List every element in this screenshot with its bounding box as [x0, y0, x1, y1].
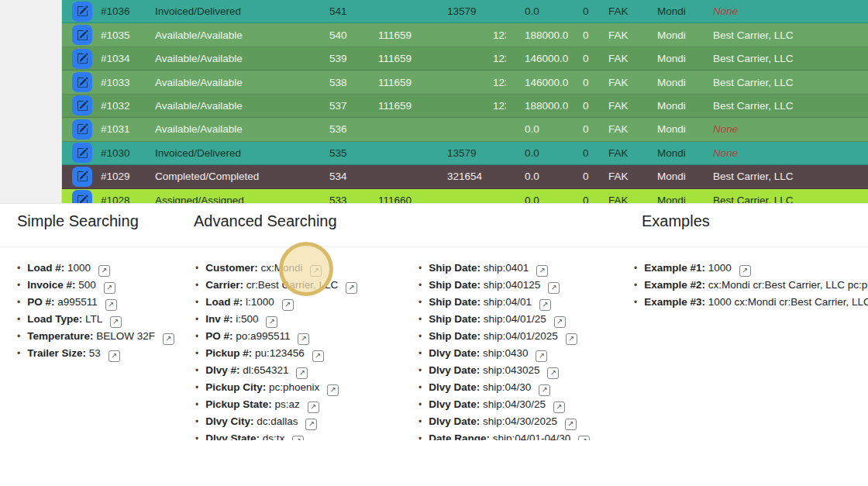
search-help-panel: Simple Searching Advanced Searching Exam…: [0, 203, 868, 486]
edit-load-button[interactable]: [72, 72, 92, 92]
load-number-cell: #1036: [101, 5, 155, 17]
table-row[interactable]: #1032 Available/Available 537 111659 123…: [62, 95, 868, 118]
count-cell: 0: [583, 5, 608, 17]
advanced-search-list-1: Customer: cx:Mondi ↗Carrier: cr:Best Car…: [195, 260, 357, 440]
edit-load-button[interactable]: [72, 49, 92, 69]
arrow-up-right-icon[interactable]: ↗: [739, 265, 751, 277]
edit-load-button[interactable]: [72, 190, 92, 203]
arrow-up-right-icon[interactable]: ↗: [536, 350, 547, 362]
search-help-item: Invoice #: 500 ↗: [17, 277, 174, 294]
weight-cell: 0.0: [506, 195, 583, 203]
search-term-label: Example #1:: [644, 262, 705, 274]
load-search-page: #1036 Invoiced/Delivered 541 13579 0.0 0…: [0, 0, 868, 486]
table-row[interactable]: #1030 Invoiced/Delivered 535 13579 0.0 0…: [62, 142, 868, 165]
search-term-label: Trailer Size:: [27, 347, 86, 359]
load-status-cell: Available/Available: [155, 29, 329, 41]
arrow-up-right-icon[interactable]: ↗: [536, 265, 548, 277]
arrow-up-right-icon[interactable]: ↗: [163, 333, 174, 345]
arrow-up-right-icon[interactable]: ↗: [553, 402, 565, 413]
arrow-up-right-icon[interactable]: ↗: [282, 299, 294, 311]
search-help-item: Pickup State: ps:az ↗: [195, 396, 357, 413]
search-help-item: Dlvy Date: ship:0430 ↗: [418, 345, 590, 362]
arrow-up-right-icon[interactable]: ↗: [292, 436, 304, 440]
arrow-up-right-icon[interactable]: ↗: [310, 265, 322, 277]
edit-load-button[interactable]: [72, 25, 92, 45]
table-row[interactable]: #1033 Available/Available 538 111659 123…: [62, 71, 868, 94]
count-cell: 0: [583, 29, 608, 41]
arrow-up-right-icon[interactable]: ↗: [565, 419, 577, 430]
load-number-cell: #1031: [101, 123, 155, 135]
pencil-square-icon: [77, 53, 88, 64]
search-term-label: Ship Date:: [429, 279, 480, 291]
weight-cell: 0.0: [506, 171, 583, 182]
search-help-item: Dlvy Date: ship:043025 ↗: [418, 362, 590, 379]
arrow-up-right-icon[interactable]: ↗: [110, 316, 122, 328]
load-status-cell: Available/Available: [155, 123, 329, 135]
arrow-up-right-icon[interactable]: ↗: [578, 436, 590, 440]
load-status-cell: Completed/Completed: [155, 171, 329, 182]
arrow-up-right-icon[interactable]: ↗: [298, 333, 309, 345]
search-help-item: Load #: 1000 ↗: [17, 260, 174, 277]
reference-cell: 111659: [378, 100, 447, 112]
simple-search-list: Load #: 1000 ↗Invoice #: 500 ↗PO #: a995…: [17, 260, 174, 362]
edit-load-button[interactable]: [72, 167, 92, 187]
reference-cell: 111659: [378, 29, 447, 41]
table-row[interactable]: #1036 Invoiced/Delivered 541 13579 0.0 0…: [62, 0, 868, 23]
equipment-cell: FAK: [608, 195, 657, 203]
equipment-cell: FAK: [608, 100, 657, 112]
weight-cell: 188000.0: [506, 100, 583, 112]
search-help-item: Example #1: 1000 ↗: [634, 260, 868, 277]
table-row[interactable]: #1034 Available/Available 539 111659 123…: [62, 47, 868, 71]
load-status-cell: Assigned/Assigned: [155, 195, 329, 203]
panel-divider: [0, 246, 868, 247]
arrow-up-right-icon[interactable]: ↗: [266, 316, 277, 328]
arrow-up-right-icon[interactable]: ↗: [539, 299, 551, 311]
weight-cell: 0.0: [506, 147, 583, 159]
table-row[interactable]: #1029 Completed/Completed 534 321654 0.0…: [62, 165, 868, 188]
search-term-label: Load #:: [27, 262, 64, 274]
equipment-cell: FAK: [608, 53, 657, 64]
arrow-up-right-icon[interactable]: ↗: [547, 367, 559, 379]
edit-load-button[interactable]: [72, 119, 92, 140]
edit-load-button[interactable]: [72, 95, 92, 115]
reference-cell: 111659: [378, 53, 447, 64]
arrow-up-right-icon[interactable]: ↗: [312, 350, 324, 362]
search-help-item: Dlvy City: dc:dallas ↗: [195, 413, 357, 430]
arrow-up-right-icon[interactable]: ↗: [346, 282, 357, 294]
count-cell: 0: [583, 147, 608, 159]
advanced-searching-heading: Advanced Searching: [194, 212, 337, 230]
table-row[interactable]: #1035 Available/Available 540 111659 123…: [62, 23, 868, 47]
arrow-up-right-icon[interactable]: ↗: [539, 384, 550, 396]
arrow-up-right-icon[interactable]: ↗: [105, 299, 117, 311]
arrow-up-right-icon[interactable]: ↗: [548, 282, 560, 294]
search-term-label: PO #:: [27, 296, 54, 308]
edit-load-button[interactable]: [72, 143, 92, 163]
search-help-item: Dlvy Date: ship:04/30/25 ↗: [418, 396, 590, 413]
search-help-item: Pickup City: pc:phoenix ↗: [195, 379, 357, 396]
reference-cell: 111660: [378, 195, 447, 203]
arrow-up-right-icon[interactable]: ↗: [108, 350, 120, 362]
table-row[interactable]: #1031 Available/Available 536 0.0 0 FAK …: [62, 118, 868, 141]
arrow-up-right-icon[interactable]: ↗: [554, 316, 566, 328]
search-help-item: Dlvy Date: ship:04/30/2025 ↗: [418, 413, 590, 430]
arrow-up-right-icon[interactable]: ↗: [296, 367, 308, 379]
search-help-item: Pickup #: pu:123456 ↗: [195, 345, 357, 362]
load-number-cell: #1032: [101, 100, 155, 112]
table-row[interactable]: #1028 Assigned/Assigned 533 111660 0.0 0…: [62, 189, 868, 204]
arrow-up-right-icon[interactable]: ↗: [104, 282, 115, 294]
weight-cell: 146000.0: [506, 77, 583, 88]
arrow-up-right-icon[interactable]: ↗: [566, 333, 577, 345]
edit-load-button[interactable]: [72, 2, 92, 22]
arrow-up-right-icon[interactable]: ↗: [98, 265, 110, 277]
arrow-up-right-icon[interactable]: ↗: [308, 402, 319, 413]
customer-cell: Mondi: [657, 53, 713, 64]
arrow-up-right-icon[interactable]: ↗: [327, 384, 339, 396]
weight-cell: 0.0: [506, 5, 583, 17]
customer-cell: Mondi: [657, 147, 713, 159]
carrier-cell: None: [713, 123, 868, 135]
arrow-up-right-icon[interactable]: ↗: [305, 419, 317, 430]
search-term-label: Dlvy Date:: [429, 381, 480, 393]
count-cell: 0: [583, 53, 608, 64]
load-number-cell: #1035: [101, 29, 155, 41]
load-number-cell: #1030: [101, 147, 155, 159]
